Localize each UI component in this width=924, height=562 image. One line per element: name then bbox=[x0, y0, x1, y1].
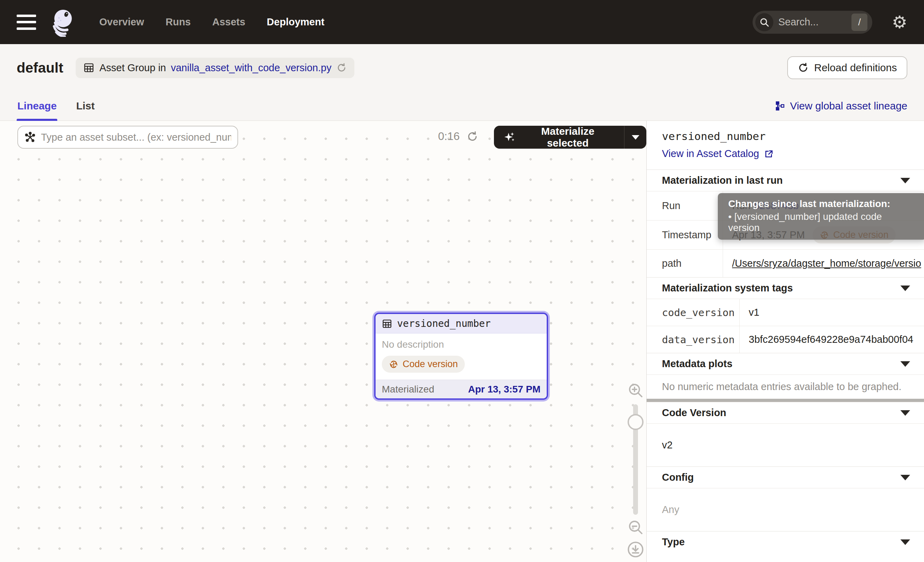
asset-node-footer: Materialized Apr 13, 3:57 PM bbox=[376, 380, 547, 398]
asset-subset-placeholder: Type an asset subset... (ex: versioned_n… bbox=[41, 132, 231, 143]
section-type[interactable]: Type bbox=[646, 531, 924, 553]
global-lineage-label: View global asset lineage bbox=[790, 100, 908, 112]
section-label: Code Version bbox=[662, 407, 726, 419]
chevron-down-icon bbox=[900, 286, 910, 291]
view-in-asset-catalog-link[interactable]: View in Asset Catalog bbox=[662, 148, 774, 159]
sparkle-icon bbox=[504, 131, 516, 143]
code-file-link[interactable]: vanilla_asset_with_code_version.py bbox=[171, 62, 332, 74]
badge-refresh-icon[interactable] bbox=[336, 63, 347, 73]
sidebar-header: versioned_number View in Asset Catalog bbox=[646, 121, 924, 170]
chevron-down-icon bbox=[900, 539, 910, 545]
code-version-key: code_version bbox=[646, 299, 740, 326]
page-header: default Asset Group in vanilla_asset_wit… bbox=[0, 44, 924, 91]
timer-refresh-icon[interactable] bbox=[466, 131, 478, 143]
materialize-dropdown-button[interactable] bbox=[624, 126, 646, 149]
asset-subset-input[interactable]: Type an asset subset... (ex: versioned_n… bbox=[17, 126, 238, 149]
materialize-selected-button[interactable]: Materialize selected bbox=[494, 126, 624, 149]
materialize-button-group: Materialize selected bbox=[494, 126, 646, 149]
tabs-bar: Lineage List View global asset lineage bbox=[0, 91, 924, 121]
code-version-change-icon bbox=[389, 359, 399, 369]
section-materialization-system-tags[interactable]: Materialization system tags bbox=[646, 277, 924, 299]
materialize-label: Materialize selected bbox=[521, 126, 614, 149]
dagster-logo-icon[interactable] bbox=[48, 8, 77, 37]
asset-group-badge: Asset Group in vanilla_asset_with_code_v… bbox=[76, 58, 354, 78]
sidebar-asset-name: versioned_number bbox=[662, 130, 909, 143]
code-version-value: v1 bbox=[740, 299, 924, 326]
path-row-label: path bbox=[646, 250, 723, 277]
zoom-slider-handle[interactable] bbox=[628, 414, 644, 430]
tooltip-item: • [versioned_number] updated code versio… bbox=[728, 211, 916, 233]
lineage-graph-icon bbox=[775, 101, 785, 111]
tab-list[interactable]: List bbox=[75, 91, 95, 120]
chevron-down-icon bbox=[900, 475, 910, 480]
materialized-status-label: Materialized bbox=[382, 384, 434, 395]
code-version-section-value: v2 bbox=[646, 424, 924, 466]
code-version-tag: Code version bbox=[382, 356, 465, 373]
nav-overview[interactable]: Overview bbox=[99, 17, 144, 28]
nav-deployment[interactable]: Deployment bbox=[267, 17, 324, 28]
external-link-icon bbox=[764, 149, 774, 159]
timestamp-row-label: Timestamp bbox=[646, 221, 723, 249]
zoom-slider[interactable] bbox=[625, 404, 646, 515]
search-input[interactable]: Search... / bbox=[753, 11, 872, 34]
download-image-icon[interactable] bbox=[627, 541, 645, 559]
section-label: Materialization system tags bbox=[662, 283, 793, 294]
path-row: path /Users/sryza/dagster_home/storage/v… bbox=[646, 249, 924, 277]
reload-label: Reload definitions bbox=[814, 62, 897, 74]
data-version-key: data_version bbox=[646, 326, 740, 353]
section-code-version[interactable]: Code Version bbox=[646, 402, 924, 424]
chevron-down-icon bbox=[900, 361, 910, 367]
settings-gear-icon[interactable]: ⚙ bbox=[892, 14, 908, 31]
section-materialization-in-last-run[interactable]: Materialization in last run bbox=[646, 170, 924, 191]
section-label: Type bbox=[662, 536, 685, 548]
view-global-asset-lineage-link[interactable]: View global asset lineage bbox=[775, 100, 908, 112]
top-nav: Overview Runs Assets Deployment Search..… bbox=[0, 0, 924, 44]
asset-node-description: No description bbox=[382, 339, 540, 350]
page-title: default bbox=[16, 60, 63, 76]
data-version-value: 3bfc269594ef649228e9a74bab00f04 bbox=[740, 326, 924, 353]
asset-node-body: No description Code version bbox=[376, 334, 547, 380]
reload-definitions-button[interactable]: Reload definitions bbox=[787, 56, 908, 79]
path-link[interactable]: /Users/sryza/dagster_home/storage/versio bbox=[732, 258, 921, 269]
section-label: Metadata plots bbox=[662, 358, 732, 370]
asset-node-title: versioned_number bbox=[397, 318, 491, 329]
nav-assets[interactable]: Assets bbox=[212, 17, 245, 28]
zoom-in-icon[interactable] bbox=[627, 382, 644, 399]
materialization-time-link[interactable]: Apr 13, 3:57 PM bbox=[468, 384, 540, 395]
zoom-controls bbox=[625, 382, 646, 559]
code-version-tag-label: Code version bbox=[403, 359, 458, 370]
horizontal-scrollbar[interactable] bbox=[646, 399, 924, 402]
menu-icon[interactable] bbox=[16, 15, 36, 30]
asset-graph-icon bbox=[24, 131, 36, 143]
zoom-out-icon[interactable] bbox=[627, 519, 644, 536]
section-config[interactable]: Config bbox=[646, 466, 924, 488]
config-value: Any bbox=[646, 488, 924, 531]
asset-node-header: versioned_number bbox=[376, 314, 547, 334]
asset-group-grid-icon bbox=[83, 62, 94, 73]
tooltip-title: Changes since last materialization: bbox=[728, 198, 916, 209]
tab-lineage[interactable]: Lineage bbox=[16, 91, 57, 120]
main-area: Type an asset subset... (ex: versioned_n… bbox=[0, 121, 924, 562]
code-version-row: code_version v1 bbox=[646, 299, 924, 326]
section-metadata-plots[interactable]: Metadata plots bbox=[646, 353, 924, 374]
section-label: Config bbox=[662, 472, 694, 483]
metadata-empty-message: No numeric metadata entries available to… bbox=[646, 374, 924, 399]
changes-since-materialization-tooltip: Changes since last materialization: • [v… bbox=[718, 193, 924, 240]
app-root: Overview Runs Assets Deployment Search..… bbox=[0, 0, 924, 562]
asset-table-icon bbox=[382, 319, 392, 329]
reload-icon bbox=[798, 62, 809, 73]
catalog-link-label: View in Asset Catalog bbox=[662, 148, 759, 159]
search-placeholder: Search... bbox=[778, 17, 852, 28]
primary-nav: Overview Runs Assets Deployment bbox=[99, 17, 324, 28]
auto-refresh-timer: 0:16 bbox=[438, 130, 478, 143]
search-shortcut-key: / bbox=[852, 14, 867, 31]
run-row-label: Run bbox=[646, 191, 723, 220]
timer-value: 0:16 bbox=[438, 130, 460, 143]
chevron-down-icon bbox=[632, 135, 639, 140]
lineage-canvas[interactable]: Type an asset subset... (ex: versioned_n… bbox=[0, 121, 646, 562]
asset-group-badge-text: Asset Group in bbox=[99, 62, 166, 74]
chevron-down-icon bbox=[900, 178, 910, 183]
nav-runs[interactable]: Runs bbox=[166, 17, 191, 28]
asset-node-versioned-number[interactable]: versioned_number No description Code ver… bbox=[374, 313, 548, 400]
section-label: Materialization in last run bbox=[662, 175, 783, 186]
